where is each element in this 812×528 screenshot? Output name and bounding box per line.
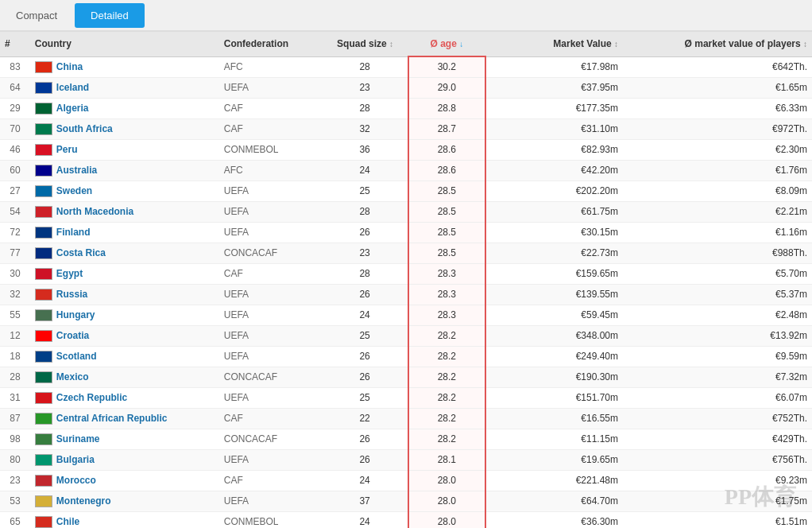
cell-country: Iceland — [30, 78, 219, 98]
country-name[interactable]: Hungary — [56, 309, 95, 320]
col-squad-size[interactable]: Squad size ↕ — [323, 32, 408, 56]
cell-confederation: CAF — [219, 470, 323, 491]
tab-compact[interactable]: Compact — [0, 3, 73, 28]
table-header-row: # Country Confederation Squad size ↕ Ø a… — [0, 32, 812, 56]
cell-age: 28.2 — [408, 429, 485, 449]
country-name[interactable]: Suriname — [56, 433, 100, 445]
cell-avg-market-value: €6.07m — [623, 387, 812, 408]
table-row: 64IcelandUEFA2329.0€37.95m€1.65m — [0, 77, 812, 98]
cell-squad-size: 28 — [323, 98, 408, 118]
cell-country: Hungary — [30, 305, 219, 325]
table-row: 83ChinaAFC2830.2€17.98m€642Th. — [0, 56, 812, 77]
country-name[interactable]: Morocco — [56, 475, 96, 486]
country-name[interactable]: Mexico — [56, 371, 89, 382]
cell-avg-market-value: €429Th. — [623, 429, 812, 449]
flag-icon — [35, 289, 52, 301]
cell-country: North Macedonia — [30, 202, 219, 222]
country-name[interactable]: Algeria — [56, 103, 89, 114]
cell-avg-market-value: €13.92m — [623, 325, 812, 346]
cell-avg-market-value: €642Th. — [623, 56, 812, 77]
cell-avg-market-value: €1.65m — [623, 77, 812, 98]
cell-market-value: €19.65m — [485, 449, 623, 470]
cell-rank: 54 — [0, 201, 30, 222]
country-name[interactable]: Australia — [56, 165, 97, 176]
flag-icon — [35, 516, 52, 528]
country-name[interactable]: Russia — [56, 289, 87, 300]
tab-detailed[interactable]: Detailed — [75, 3, 145, 28]
table-row: 87Central African RepublicCAF2228.2€16.5… — [0, 408, 812, 429]
country-name[interactable]: Egypt — [56, 268, 83, 279]
country-name[interactable]: Sweden — [56, 185, 92, 196]
country-name[interactable]: South Africa — [56, 123, 113, 134]
cell-squad-size: 23 — [323, 77, 408, 98]
cell-market-value: €61.75m — [485, 201, 623, 222]
cell-confederation: CONCACAF — [219, 367, 323, 387]
country-name[interactable]: Montenegro — [56, 495, 111, 507]
cell-rank: 77 — [0, 243, 30, 263]
cell-squad-size: 23 — [323, 243, 408, 263]
cell-confederation: UEFA — [219, 325, 323, 346]
cell-avg-market-value: €5.37m — [623, 284, 812, 305]
cell-market-value: €139.55m — [485, 284, 623, 305]
table-row: 46PeruCONMEBOL3628.6€82.93m€2.30m — [0, 139, 812, 160]
cell-age: 28.5 — [408, 201, 485, 222]
col-avg-market-value[interactable]: Ø market value of players ↕ — [623, 32, 812, 56]
cell-rank: 53 — [0, 491, 30, 511]
flag-icon — [35, 227, 52, 239]
country-name[interactable]: Czech Republic — [56, 392, 127, 403]
table-row: 72FinlandUEFA2628.5€30.15m€1.16m — [0, 222, 812, 243]
flag-icon — [35, 495, 52, 507]
country-name[interactable]: Chile — [56, 516, 79, 527]
flag-icon — [35, 206, 52, 218]
cell-country: Croatia — [30, 326, 219, 346]
flag-icon — [35, 82, 52, 94]
country-name[interactable]: Iceland — [56, 82, 89, 93]
cell-confederation: CAF — [219, 408, 323, 429]
cell-rank: 55 — [0, 305, 30, 325]
col-age[interactable]: Ø age ↓ — [408, 32, 485, 56]
cell-market-value: €11.15m — [485, 429, 623, 449]
table-row: 54North MacedoniaUEFA2828.5€61.75m€2.21m — [0, 201, 812, 222]
cell-country: Scotland — [30, 347, 219, 367]
cell-age: 28.0 — [408, 491, 485, 511]
table-row: 12CroatiaUEFA2528.2€348.00m€13.92m — [0, 325, 812, 346]
cell-squad-size: 28 — [323, 263, 408, 284]
cell-squad-size: 32 — [323, 118, 408, 139]
country-name[interactable]: Central African Republic — [56, 413, 168, 424]
cell-age: 28.5 — [408, 222, 485, 243]
col-market-value[interactable]: Market Value ↕ — [485, 32, 623, 56]
country-name[interactable]: Croatia — [56, 330, 89, 341]
cell-squad-size: 24 — [323, 470, 408, 491]
cell-market-value: €151.70m — [485, 387, 623, 408]
cell-avg-market-value: €1.51m — [623, 511, 812, 528]
country-name[interactable]: Finland — [56, 227, 91, 238]
cell-rank: 83 — [0, 56, 30, 77]
cell-avg-market-value: €2.48m — [623, 305, 812, 325]
cell-market-value: €159.65m — [485, 263, 623, 284]
cell-rank: 31 — [0, 387, 30, 408]
cell-market-value: €190.30m — [485, 367, 623, 387]
cell-market-value: €82.93m — [485, 139, 623, 160]
cell-age: 28.2 — [408, 408, 485, 429]
cell-rank: 32 — [0, 284, 30, 305]
country-name[interactable]: North Macedonia — [56, 206, 133, 217]
cell-country: Central African Republic — [30, 409, 219, 429]
cell-avg-market-value: €6.33m — [623, 98, 812, 118]
country-name[interactable]: Peru — [56, 144, 78, 155]
flag-icon — [35, 268, 52, 280]
cell-age: 28.5 — [408, 181, 485, 201]
cell-avg-market-value: €2.21m — [623, 201, 812, 222]
cell-market-value: €177.35m — [485, 98, 623, 118]
cell-country: Sweden — [30, 181, 219, 201]
country-name[interactable]: China — [56, 61, 83, 72]
cell-market-value: €64.70m — [485, 491, 623, 511]
cell-rank: 80 — [0, 449, 30, 470]
cell-confederation: UEFA — [219, 346, 323, 367]
country-name[interactable]: Scotland — [56, 351, 97, 362]
country-name[interactable]: Bulgaria — [56, 454, 95, 465]
country-name[interactable]: Costa Rica — [56, 247, 106, 258]
cell-rank: 70 — [0, 118, 30, 139]
col-country: Country — [30, 32, 219, 56]
cell-age: 28.2 — [408, 346, 485, 367]
cell-rank: 98 — [0, 429, 30, 449]
